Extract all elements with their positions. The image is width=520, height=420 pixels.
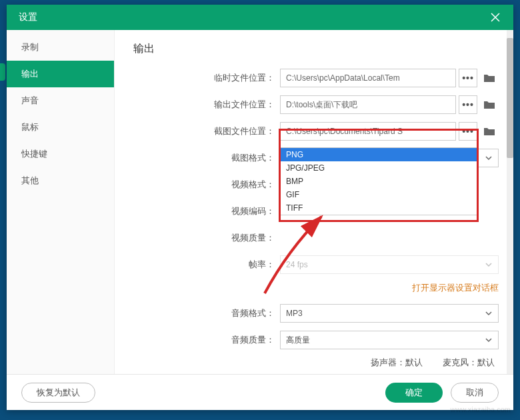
screenshot-format-dropdown[interactable]: PNG JPG/JPEG BMP GIF TIFF [280,147,477,215]
open-output-folder-button[interactable] [480,95,499,114]
label-video-format: 视频格式： [133,179,280,191]
mic-label: 麦克风：默认 [443,357,495,369]
ok-button[interactable]: 确定 [385,383,443,403]
sidebar-item-mouse[interactable]: 鼠标 [7,114,114,141]
settings-window: 设置 录制 输出 声音 鼠标 快捷键 其他 输出 临时文件位置： C:\User… [7,5,513,410]
sidebar: 录制 输出 声音 鼠标 快捷键 其他 [7,30,115,374]
window-title: 设置 [19,11,37,23]
label-fps: 帧率： [133,259,280,271]
row-audio-format: 音频格式： MP3 [133,303,499,323]
close-button[interactable] [485,7,505,27]
browse-output-button[interactable]: ••• [459,95,477,114]
section-title-output: 输出 [133,42,499,56]
browse-temp-button[interactable]: ••• [459,69,477,87]
folder-icon [483,127,495,136]
select-value: MP3 [286,309,303,318]
display-link-row: 打开显示器设置对话框 [133,281,499,294]
dropdown-item-png[interactable]: PNG [281,148,477,161]
row-temp-path: 临时文件位置： C:\Users\pc\AppData\Local\Tem ••… [133,68,499,88]
row-video-quality: 视频质量： [133,228,499,248]
scrollbar-thumb[interactable] [507,38,513,158]
dropdown-item-gif[interactable]: GIF [281,188,477,201]
speaker-row: 扬声器：默认 麦克风：默认 [133,357,499,369]
label-audio-quality: 音频质量： [133,334,280,346]
dropdown-item-jpg[interactable]: JPG/JPEG [281,161,477,175]
open-display-settings-link[interactable]: 打开显示器设置对话框 [412,283,499,293]
footer: 恢复为默认 确定 取消 [7,374,513,410]
label-audio-format: 音频格式： [133,307,280,319]
label-screenshot-path: 截图文件位置： [133,125,280,137]
chevron-down-icon [485,309,493,317]
select-value: 24 fps [286,260,308,269]
footer-right: 确定 取消 [385,383,499,403]
close-icon [491,13,500,22]
chevron-down-icon [485,261,493,269]
folder-icon [483,73,495,83]
cancel-button[interactable]: 取消 [451,383,499,403]
speaker-label: 扬声器：默认 [371,357,423,369]
restore-defaults-button[interactable]: 恢复为默认 [21,383,95,403]
row-audio-quality: 音频质量： 高质量 [133,330,499,350]
select-value: 高质量 [286,335,310,346]
dropdown-item-bmp[interactable]: BMP [281,175,477,188]
dropdown-item-tiff[interactable]: TIFF [281,201,477,215]
titlebar: 设置 [7,5,513,30]
label-video-quality: 视频质量： [133,232,280,244]
watermark: www.xiazaiba.com [451,405,511,413]
browse-screenshot-button[interactable]: ••• [459,122,477,141]
content-pane: 输出 临时文件位置： C:\Users\pc\AppData\Local\Tem… [115,30,513,374]
label-output-path: 输出文件位置： [133,99,280,111]
window-body: 录制 输出 声音 鼠标 快捷键 其他 输出 临时文件位置： C:\Users\p… [7,30,513,374]
chevron-down-icon [485,336,493,344]
label-video-codec: 视频编码： [133,205,280,217]
row-fps: 帧率： 24 fps [133,255,499,275]
input-screenshot-path[interactable]: C:\Users\pc\Documents\Tipard S [280,122,456,141]
sidebar-item-sound[interactable]: 声音 [7,87,114,114]
sound-link-row: 打开声音设置对话框 [133,373,499,374]
chevron-down-icon [485,154,493,162]
sidebar-item-hotkey[interactable]: 快捷键 [7,141,114,167]
select-audio-format[interactable]: MP3 [280,304,499,323]
sidebar-item-output[interactable]: 输出 [7,61,114,87]
sidebar-item-other[interactable]: 其他 [7,167,114,194]
label-temp-path: 临时文件位置： [133,72,280,84]
folder-icon [483,100,495,109]
input-output-path[interactable]: D:\tools\桌面\下载吧 [280,95,456,114]
row-screenshot-path: 截图文件位置： C:\Users\pc\Documents\Tipard S •… [133,121,499,141]
select-audio-quality[interactable]: 高质量 [280,331,499,349]
select-fps[interactable]: 24 fps [280,255,499,274]
label-screenshot-format: 截图格式： [133,152,280,164]
external-tab-indicator [0,63,5,81]
row-output-path: 输出文件位置： D:\tools\桌面\下载吧 ••• [133,95,499,115]
open-temp-folder-button[interactable] [480,69,499,87]
open-screenshot-folder-button[interactable] [480,122,499,141]
input-temp-path[interactable]: C:\Users\pc\AppData\Local\Tem [280,69,456,87]
sidebar-item-record[interactable]: 录制 [7,34,114,61]
